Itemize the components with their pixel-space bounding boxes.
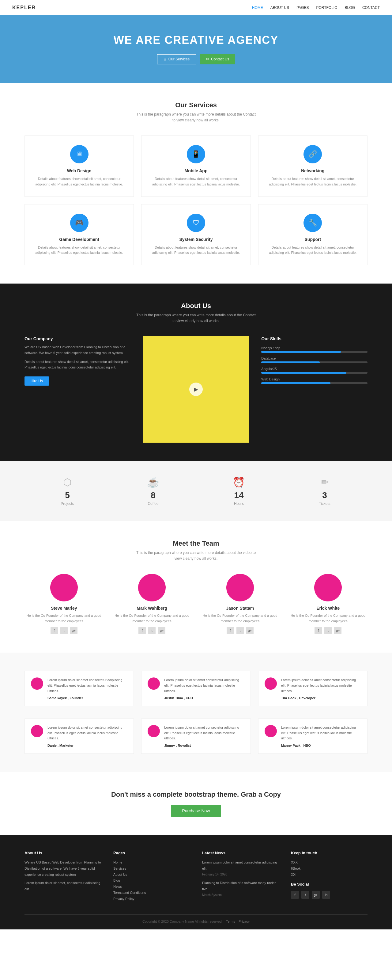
footer-about-extra: Lorem ipsum dolor sit amet, consectetur …	[24, 880, 101, 892]
gplus-icon-steve[interactable]: g+	[70, 627, 78, 634]
avatar-justin	[148, 678, 160, 690]
skills-section: Our Skills Nodejs / php Database	[261, 336, 368, 388]
video-placeholder[interactable]: ▶	[143, 336, 249, 443]
footer-link-news[interactable]: News	[113, 885, 122, 888]
hours-label: Hours	[196, 501, 282, 506]
twitter-icon-mark[interactable]: t	[148, 627, 156, 634]
gplus-icon-jason[interactable]: g+	[246, 627, 254, 634]
coffee-icon: ☕	[110, 476, 196, 488]
play-button[interactable]: ▶	[189, 383, 203, 396]
footer-privacy-link[interactable]: Privacy	[238, 920, 249, 923]
service-card-networking: 🔗 Networking Details about features show…	[258, 135, 368, 196]
facebook-icon-steve[interactable]: f	[51, 627, 58, 634]
skill-fill-webdesign	[261, 382, 330, 384]
skill-label-db: Database	[261, 356, 276, 360]
company-desc2: Details about features show detail sit a…	[24, 359, 131, 370]
twitter-icon-jason[interactable]: t	[236, 627, 244, 634]
footer-twitter-icon[interactable]: t	[302, 891, 309, 899]
footer-link-blog[interactable]: Blog	[113, 878, 120, 882]
twitter-icon-steve[interactable]: t	[60, 627, 68, 634]
skill-fill-nodejs	[261, 351, 341, 353]
facebook-icon-erick[interactable]: f	[314, 627, 322, 634]
support-icon: 🔧	[303, 214, 322, 232]
service-title-security: System Security	[148, 237, 244, 242]
gplus-icon-mark[interactable]: g+	[158, 627, 165, 634]
skill-label-nodejs: Nodejs / php	[261, 346, 280, 350]
footer-pages-list: Home Services About Us Blog News Terms a…	[113, 859, 190, 902]
footer-news-1: Lorem ipsum dolor sit amet consectetur a…	[202, 859, 279, 877]
team-subtitle: This is the paragraph where you can writ…	[135, 550, 257, 562]
footer-bottom: Copyright © 2020 Company Name All rights…	[24, 915, 368, 923]
nav-blog[interactable]: BLOG	[345, 6, 355, 10]
skill-fill-db	[261, 361, 320, 363]
hire-us-button[interactable]: Hire Us	[24, 376, 49, 386]
nav-portfolio[interactable]: PORTFOLIO	[316, 6, 337, 10]
purchase-now-button[interactable]: Purchase Now	[171, 805, 221, 817]
footer-contact: Keep in touch XXX 6Book XXI Be Social f …	[291, 851, 368, 902]
footer-link-about[interactable]: About Us	[113, 873, 127, 877]
footer-contact-item-3: XXI	[291, 872, 368, 878]
avatar-sama	[31, 678, 43, 690]
footer-link-home[interactable]: Home	[113, 861, 122, 864]
skill-fill-angular	[261, 372, 346, 374]
service-title-web: Web Design	[31, 168, 127, 173]
service-card-mobile: 📱 Mobile App Details about features show…	[141, 135, 251, 196]
game-icon: 🎮	[70, 214, 89, 232]
copyright-text: Copyright © 2020 Company Name All rights…	[143, 920, 223, 923]
footer-link-services[interactable]: Services	[113, 867, 126, 870]
footer-facebook-icon[interactable]: f	[291, 891, 299, 899]
service-desc-web: Details about features show detail sit a…	[31, 176, 127, 187]
team-member-steve: Steve Marley He is the Co-Founder of the…	[24, 574, 103, 634]
nav-about[interactable]: ABOUT US	[270, 6, 289, 10]
gplus-icon-erick[interactable]: g+	[334, 627, 341, 634]
testimonial-justin: Lorem ipsum dolor sit amet consectetur a…	[141, 671, 251, 706]
footer-contact-item-1: XXX	[291, 859, 368, 865]
stat-coffee: ☕ 8 Coffee	[110, 476, 196, 506]
team-member-erick: Erick White He is the Co-Founder of the …	[289, 574, 368, 634]
facebook-icon-mark[interactable]: f	[138, 627, 146, 634]
hours-number: 14	[196, 490, 282, 500]
skill-database: Database	[261, 356, 368, 363]
nav-home[interactable]: HOME	[252, 6, 263, 10]
skill-bar-db	[261, 361, 368, 363]
footer-linkedin-icon[interactable]: in	[322, 891, 330, 899]
name-erick: Erick White	[289, 606, 368, 611]
testimonial-text-justin: Lorem ipsum dolor sit amet consectetur a…	[164, 678, 244, 694]
tickets-icon: ✏	[282, 476, 368, 488]
our-services-button[interactable]: ⊞ Our Services	[157, 54, 196, 64]
testimonial-author-danje: Danje , Marketer	[48, 744, 127, 747]
desc-erick: He is the Co-Founder of the Company and …	[289, 613, 368, 624]
footer-news-date-2: March System	[202, 893, 222, 897]
footer-gplus-icon[interactable]: g+	[312, 891, 320, 899]
facebook-icon-jason[interactable]: f	[227, 627, 234, 634]
networking-icon: 🔗	[303, 145, 322, 163]
service-title-game: Game Development	[31, 237, 127, 242]
services-section: Our Services This is the paragraph where…	[0, 83, 392, 283]
company-desc1: We are US Based Web Developer from Plann…	[24, 344, 131, 356]
skills-title: Our Skills	[261, 336, 368, 341]
about-inner: Our Company We are US Based Web Develope…	[24, 336, 368, 443]
testimonial-author-sama: Sama kayck , Founder	[48, 696, 127, 700]
about-title: About Us	[24, 302, 368, 310]
stats-section: ⬡ 5 Projects ☕ 8 Coffee ⏰ 14 Hours ✏ 3 T…	[0, 461, 392, 521]
service-desc-mobile: Details about features show detail sit a…	[148, 176, 244, 187]
contact-us-button[interactable]: ✉ Contact Us	[200, 54, 235, 64]
footer-link-privacy[interactable]: Privacy Policy	[113, 897, 134, 900]
twitter-icon-erick[interactable]: t	[324, 627, 332, 634]
service-title-support: Support	[265, 237, 361, 242]
footer-terms-link[interactable]: Terms	[226, 920, 235, 923]
avatar-erick	[314, 574, 342, 601]
hours-icon: ⏰	[196, 476, 282, 488]
about-subtitle: This is the paragraph where you can writ…	[135, 312, 257, 324]
nav-contact[interactable]: CONTACT	[362, 6, 380, 10]
testimonial-manny: Lorem ipsum dolor sit amet consectetur a…	[258, 719, 368, 754]
about-section: About Us This is the paragraph where you…	[0, 283, 392, 461]
nav-pages[interactable]: PAGES	[297, 6, 309, 10]
stats-grid: ⬡ 5 Projects ☕ 8 Coffee ⏰ 14 Hours ✏ 3 T…	[24, 476, 368, 506]
tickets-label: Tickets	[282, 501, 368, 506]
testimonial-text-manny: Lorem ipsum dolor sit amet consectetur a…	[281, 725, 361, 741]
footer-link-terms[interactable]: Terms and Conditions	[113, 891, 146, 894]
tickets-number: 3	[282, 490, 368, 500]
footer: About Us We are US Based Web Developer f…	[0, 835, 392, 929]
service-card-security: 🛡 System Security Details about features…	[141, 204, 251, 265]
